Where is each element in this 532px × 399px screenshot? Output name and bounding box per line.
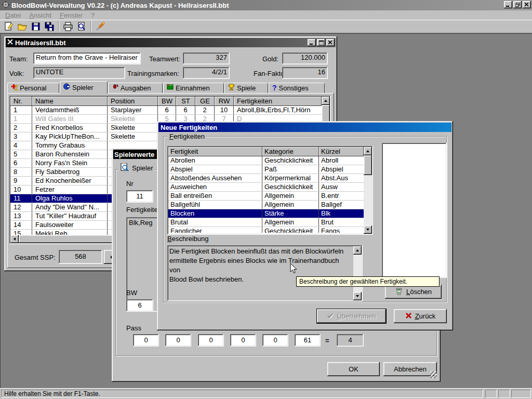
cell: 1 bbox=[10, 106, 32, 114]
main-titlebar[interactable]: BloodBowl-Verwaltung V0.22 - (c) Andreas… bbox=[0, 0, 532, 10]
pass-field-4[interactable]: 0 bbox=[230, 334, 256, 347]
tab-personal[interactable]: Personal bbox=[7, 83, 59, 93]
col-header-kategorie[interactable]: Kategorie bbox=[262, 147, 319, 156]
menu-help[interactable]: ? bbox=[87, 11, 99, 20]
scroll-up-icon[interactable] bbox=[322, 97, 330, 105]
scroll-left-icon[interactable] bbox=[10, 235, 19, 243]
menu-datei[interactable]: Datei bbox=[1, 11, 25, 20]
scroll-up-icon[interactable] bbox=[364, 147, 372, 155]
col-header-fertigkeiten[interactable]: Fertigkeiten bbox=[234, 97, 322, 106]
personal-icon bbox=[11, 84, 18, 92]
description-memo[interactable]: Die Fertigkeit Blocken beeinflußt das mi… bbox=[167, 245, 363, 301]
cancel-button[interactable]: Abbrechen bbox=[383, 362, 437, 376]
description-vscrollbar[interactable] bbox=[353, 246, 362, 300]
description-label: Beschreibung bbox=[167, 235, 209, 243]
restore-button[interactable] bbox=[513, 1, 522, 8]
skill-row[interactable]: AbspielPaßAbspiel bbox=[168, 165, 364, 174]
cell: Fanglicher bbox=[168, 227, 262, 233]
col-header-nr[interactable]: Nr. bbox=[10, 97, 32, 106]
tab-spieler[interactable]: Spieler bbox=[60, 81, 108, 94]
team-label: Team: bbox=[9, 55, 28, 63]
maximize-button[interactable] bbox=[317, 39, 325, 46]
cell: Ed Knochenbeißer bbox=[32, 177, 108, 185]
apply-button[interactable]: Übernehmen bbox=[317, 309, 386, 323]
application-window: BloodBowl-Verwaltung V0.22 - (c) Andreas… bbox=[0, 0, 532, 399]
cell: Abroll,Blk,Erbs,Fl.T,Hörn bbox=[234, 106, 322, 114]
col-header-rw[interactable]: RW bbox=[215, 97, 234, 106]
cell: 9 bbox=[10, 177, 32, 185]
col-header-ge[interactable]: GE bbox=[195, 97, 215, 106]
volk-field[interactable]: UNTOTE bbox=[33, 67, 125, 79]
close-button[interactable] bbox=[326, 39, 335, 46]
pass-field-5[interactable]: 0 bbox=[262, 334, 288, 347]
cell: Starplayer bbox=[108, 106, 158, 114]
menu-ansicht[interactable]: Ansicht bbox=[25, 11, 56, 20]
print-preview-icon[interactable] bbox=[75, 20, 88, 33]
spielerwerte-header[interactable]: Spieler bbox=[118, 163, 155, 173]
col-header-position[interactable]: Position bbox=[108, 97, 158, 106]
ok-button[interactable]: OK bbox=[327, 362, 380, 376]
team-input[interactable]: Return from the Grave - Hellraiser bbox=[33, 52, 141, 64]
resize-grip[interactable] bbox=[430, 371, 437, 378]
skill-row[interactable]: AbrollenGeschicklichkeitAbroll bbox=[168, 156, 364, 165]
tooltip: Beschreibung der gewählten Fertigkeit. bbox=[296, 276, 440, 287]
status-message: Hilfe erhalten Sie mit der F1-Taste. bbox=[1, 390, 483, 398]
col-header-st[interactable]: ST bbox=[176, 97, 195, 106]
cell: Ballgef bbox=[319, 201, 364, 209]
minimize-button[interactable] bbox=[504, 1, 512, 8]
new-icon[interactable] bbox=[2, 20, 16, 33]
tab-sonstiges[interactable]: ? Sonstiges bbox=[269, 83, 325, 93]
tab-einnahmen[interactable]: Einnahmen bbox=[163, 83, 224, 93]
cell: 6 bbox=[176, 106, 195, 114]
delete-button[interactable]: Löschen bbox=[385, 285, 442, 299]
skill-row[interactable]: AusweichenGeschicklichkeitAusw bbox=[168, 183, 364, 192]
print-icon[interactable] bbox=[61, 20, 75, 33]
pass-field-1[interactable]: 0 bbox=[133, 334, 159, 347]
scroll-down-icon[interactable] bbox=[353, 292, 362, 300]
back-button[interactable]: Zurück bbox=[394, 309, 447, 323]
tab-label: Sonstiges bbox=[279, 84, 309, 92]
col-header-bw[interactable]: BW bbox=[158, 97, 176, 106]
cell: Skelette bbox=[108, 124, 158, 132]
cell: Brutal bbox=[168, 218, 262, 227]
pass-field-2[interactable]: 0 bbox=[165, 334, 191, 347]
bw-field[interactable]: 6 bbox=[126, 299, 153, 312]
skill-row[interactable]: Abstoßendes AussehenKörpermerkmalAbst.Au… bbox=[168, 174, 364, 183]
nr-field[interactable]: 11 bbox=[126, 190, 153, 203]
skill-row[interactable]: BlockenStärkeBlk bbox=[168, 209, 364, 218]
minimize-button[interactable] bbox=[308, 39, 316, 46]
cell: Blocken bbox=[168, 209, 262, 218]
volk-label: Volk: bbox=[9, 70, 24, 77]
save-icon[interactable] bbox=[29, 20, 43, 33]
col-header-fertigkeit[interactable]: Fertigkeit bbox=[168, 147, 262, 156]
skills-vscrollbar[interactable] bbox=[364, 147, 372, 234]
pass-field-3[interactable]: 0 bbox=[198, 334, 224, 347]
tab-spiele[interactable]: Spiele bbox=[224, 83, 268, 93]
col-header-name[interactable]: Name bbox=[32, 97, 108, 106]
skill-row[interactable]: FanglicherGeschicklichkeitFangs bbox=[168, 227, 364, 233]
pass-field-6[interactable]: 61 bbox=[295, 334, 321, 347]
tab-ausgaben[interactable]: Ausgaben bbox=[108, 83, 163, 93]
scroll-up-icon[interactable] bbox=[353, 246, 362, 255]
skill-row[interactable]: BallgefühlAllgemeinBallgef bbox=[168, 201, 364, 209]
gold-field: 120.000 bbox=[282, 52, 328, 64]
cell: 15 bbox=[10, 230, 32, 235]
scroll-down-icon[interactable] bbox=[364, 225, 372, 234]
status-bar: Hilfe erhalten Sie mit der F1-Taste. bbox=[0, 388, 532, 399]
skill-row[interactable]: Ball entreißenAllgemeinB.entr bbox=[168, 192, 364, 201]
menu-fenster[interactable]: Fenster bbox=[56, 11, 87, 20]
player-row[interactable]: 1VerdammtheißStarplayer66210Abroll,Blk,E… bbox=[10, 106, 322, 115]
col-header-kuerzel[interactable]: Kürzel bbox=[319, 147, 364, 156]
cell: Skelette bbox=[108, 132, 158, 141]
skills-dialog-titlebar[interactable]: Neue Fertigkeiten bbox=[158, 123, 451, 132]
cell: 5 bbox=[10, 150, 32, 158]
vscroll-thumb[interactable] bbox=[364, 155, 372, 175]
selected-skills-listbox[interactable] bbox=[382, 143, 447, 278]
skill-row[interactable]: BrutalAllgemeinBrut bbox=[168, 218, 364, 227]
cell: Abroll bbox=[319, 156, 364, 165]
open-icon[interactable] bbox=[16, 20, 29, 33]
tools-icon[interactable] bbox=[94, 20, 107, 33]
close-button[interactable] bbox=[523, 1, 531, 8]
save-all-icon[interactable] bbox=[43, 20, 56, 33]
team-window-titlebar[interactable]: HellraisersII.bbt bbox=[6, 38, 336, 47]
